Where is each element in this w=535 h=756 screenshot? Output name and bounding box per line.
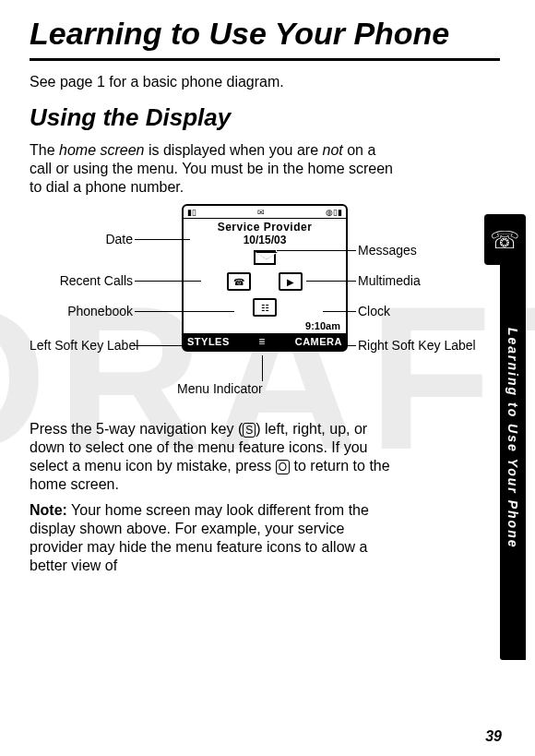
side-tab-text: Learning to Use Your Phone	[505, 328, 520, 548]
p1-em1: home screen	[59, 142, 145, 158]
side-tab-bg: Learning to Use Your Phone	[500, 217, 526, 660]
recent-calls-icon: ☎	[227, 272, 251, 291]
paragraph-1: The home screen is displayed when you ar…	[30, 141, 398, 197]
callout-clock: Clock	[358, 304, 390, 318]
multimedia-icon: ▶	[279, 272, 303, 291]
date-value: 10/15/03	[184, 234, 346, 246]
callout-date: Date	[41, 232, 133, 246]
leader-leftsoft	[135, 345, 186, 346]
callout-menu-indicator: Menu Indicator	[177, 381, 263, 396]
note-text: Your home screen may look different from…	[30, 502, 369, 573]
paragraph-2: Press the 5-way navigation key (S) left,…	[30, 420, 398, 494]
menu-indicator-icon: ≡	[258, 335, 266, 348]
signal-icon: ▮▯	[187, 208, 196, 217]
status-bar: ▮▯ ✉ ◍▯▮	[184, 206, 346, 219]
phone-info-icon: ☏	[490, 228, 520, 252]
middle-row: ☎ ▶	[184, 269, 346, 294]
p1-a: The	[30, 142, 59, 158]
battery-icon: ◍▯▮	[326, 208, 342, 217]
note-label: Note:	[30, 502, 67, 518]
leader-clock	[323, 311, 356, 312]
nav-key-glyph: S	[243, 423, 256, 438]
side-tab: Learning to Use Your Phone	[500, 217, 526, 660]
callout-phonebook: Phonebook	[30, 304, 133, 318]
left-softkey-label: STYLES	[187, 336, 230, 347]
service-provider-label: Service Provider	[184, 219, 346, 234]
roam-icon: ✉	[257, 208, 265, 217]
leader-recent	[135, 281, 201, 282]
phone-screen: ▮▯ ✉ ◍▯▮ Service Provider 10/15/03 ☎ ▶ ☷…	[182, 204, 348, 352]
section-heading: Using the Display	[30, 103, 500, 132]
callout-right-soft: Right Soft Key Label	[358, 338, 469, 353]
phonebook-row: ☷	[184, 294, 346, 320]
messages-icon	[254, 250, 276, 265]
callout-recent-calls: Recent Calls	[30, 273, 133, 288]
intro-paragraph: See page 1 for a basic phone diagram.	[30, 74, 380, 90]
info-phone-badge: ☏	[484, 214, 526, 265]
p1-em2: not	[323, 142, 343, 158]
phonebook-icon: ☷	[253, 298, 277, 317]
p1-b: is displayed when you are	[145, 142, 323, 158]
leader-phonebook	[135, 311, 234, 312]
right-softkey-label: CAMERA	[295, 336, 342, 347]
leader-date	[135, 239, 190, 240]
note-paragraph: Note: Your home screen may look differen…	[30, 501, 398, 575]
page-title: Learning to Use Your Phone	[30, 17, 500, 51]
callout-multimedia: Multimedia	[358, 273, 421, 288]
page-number: 39	[485, 728, 502, 745]
clock-value: 9:10am	[184, 320, 346, 333]
callout-left-soft: Left Soft Key Label	[30, 338, 133, 353]
callout-messages: Messages	[358, 243, 417, 258]
softkey-bar: STYLES ≡ CAMERA	[184, 333, 346, 350]
p2-a: Press the 5-way navigation key (	[30, 421, 243, 437]
leader-messages	[277, 250, 356, 251]
end-key-glyph: O	[276, 460, 290, 474]
leader-rightsoft	[339, 345, 356, 346]
leader-menu	[262, 355, 263, 381]
home-screen-diagram: ▮▯ ✉ ◍▯▮ Service Provider 10/15/03 ☎ ▶ ☷…	[30, 204, 500, 407]
title-rule	[30, 58, 500, 61]
leader-multimedia	[306, 281, 356, 282]
